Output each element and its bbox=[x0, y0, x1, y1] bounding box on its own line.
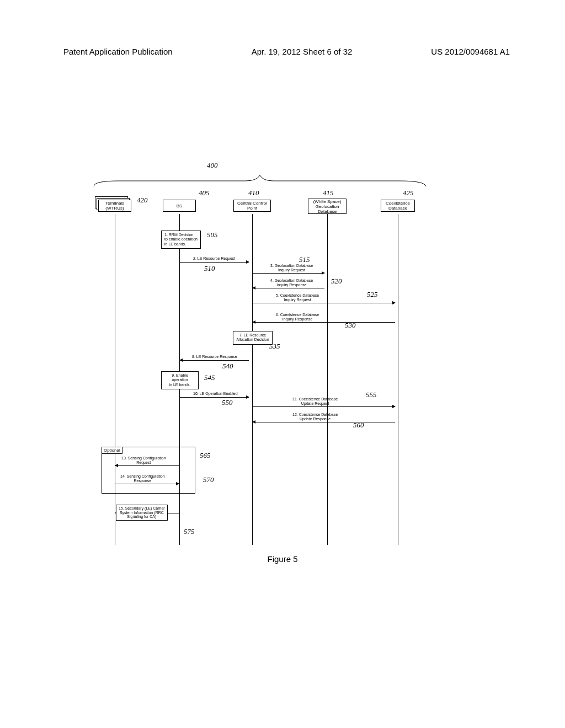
lifeline-terminals bbox=[115, 214, 115, 545]
header-left: Patent Application Publication bbox=[63, 47, 173, 56]
header-right: US 2012/0094681 A1 bbox=[431, 47, 510, 56]
ref-535: 535 bbox=[269, 342, 280, 351]
system-ref-label: 400 bbox=[207, 161, 218, 170]
msg-14-arrow bbox=[115, 484, 179, 484]
ccp-actor: Central Control Point bbox=[233, 200, 271, 212]
ref-575: 575 bbox=[184, 527, 195, 536]
ref-405: 405 bbox=[199, 189, 210, 197]
coexdb-actor: Coexistence Database bbox=[381, 200, 415, 212]
ref-510: 510 bbox=[204, 264, 215, 273]
coexdb-label-2: Database bbox=[388, 206, 407, 211]
coexdb-label-1: Coexistence bbox=[386, 201, 410, 206]
ccp-label-1: Central Control bbox=[237, 201, 267, 206]
sequence-diagram: 400 Terminals (WTRUs) 420 BS 405 Central… bbox=[94, 165, 447, 563]
msg-12-label: 12. Coexistence Database Update Response bbox=[292, 413, 338, 421]
header-center: Apr. 19, 2012 Sheet 6 of 32 bbox=[252, 47, 353, 56]
msg-14-label: 14. Sensing Configuration Response bbox=[120, 474, 165, 483]
figure-label: Figure 5 bbox=[0, 554, 565, 564]
ref-540: 540 bbox=[222, 362, 233, 371]
msg-10-label: 10. LE Operation Enabled bbox=[193, 392, 238, 396]
msg-4-label: 4. Geolocation Database Inquiry Response bbox=[270, 279, 313, 287]
ref-560: 560 bbox=[353, 421, 364, 430]
lifeline-geodb bbox=[327, 214, 328, 545]
msg-10-arrow bbox=[180, 397, 249, 398]
ref-420: 420 bbox=[137, 196, 148, 205]
geodb-label-2: Geolocation bbox=[316, 204, 339, 209]
msg-13-label: 13. Sensing Configuration Request bbox=[121, 456, 166, 464]
geodb-label-3: Database bbox=[318, 209, 337, 214]
msg-3-arrow bbox=[253, 273, 324, 274]
ref-530: 530 bbox=[345, 321, 356, 330]
terminals-label-1: Terminals bbox=[105, 201, 124, 206]
msg-15-box: 15. Secondary (LE) Carrier System Inform… bbox=[116, 505, 168, 521]
msg-5-arrow bbox=[253, 303, 395, 303]
msg-9-box: 9. Enable operation in LE bands. bbox=[161, 371, 199, 389]
ref-525: 525 bbox=[367, 290, 378, 299]
lifeline-ccp bbox=[252, 214, 253, 545]
msg-4-arrow bbox=[253, 288, 324, 288]
ref-520: 520 bbox=[331, 277, 342, 286]
terminals-actor: Terminals (WTRUs) bbox=[98, 200, 138, 215]
bs-actor: BS bbox=[163, 200, 196, 212]
ref-570: 570 bbox=[203, 475, 214, 484]
curly-brace-icon bbox=[91, 171, 429, 188]
ref-425: 425 bbox=[403, 189, 414, 197]
msg-7-box: 7. LE Resource Allocation Decision bbox=[233, 331, 273, 345]
bs-label: BS bbox=[177, 204, 183, 208]
msg-6-label: 6. Coexistence Database Inquiry Response bbox=[276, 313, 319, 321]
msg-3-label: 3. Geolocation Database Inquiry Request bbox=[270, 264, 313, 272]
ccp-label-2: Point bbox=[247, 206, 257, 211]
ref-545: 545 bbox=[204, 373, 215, 382]
msg-13-arrow bbox=[115, 465, 179, 466]
geodb-actor: (White Space) Geolocation Database bbox=[308, 199, 347, 214]
ref-505: 505 bbox=[207, 231, 218, 239]
ref-555: 555 bbox=[366, 390, 377, 399]
optional-fragment: Optional bbox=[102, 447, 195, 494]
msg-1-box: 1. RRM Decision to enable operation in L… bbox=[161, 231, 201, 249]
lifeline-coexdb bbox=[398, 214, 398, 545]
ref-415: 415 bbox=[323, 189, 334, 197]
msg-5-label: 5. Coexistence Database Inquiry Request bbox=[276, 293, 319, 302]
terminals-label-2: (WTRUs) bbox=[105, 206, 124, 211]
page-header: Patent Application Publication Apr. 19, … bbox=[0, 0, 565, 56]
msg-11-arrow bbox=[253, 406, 395, 407]
ref-410: 410 bbox=[248, 189, 259, 197]
msg-8-label: 8. LE Resource Response bbox=[192, 355, 237, 359]
ref-565: 565 bbox=[200, 451, 211, 460]
msg-6-arrow bbox=[253, 322, 395, 323]
geodb-label-1: (White Space) bbox=[313, 199, 342, 204]
optional-label: Optional bbox=[102, 447, 122, 454]
msg-2-label: 2. LE Resource Request bbox=[193, 256, 235, 261]
msg-12-arrow bbox=[253, 422, 395, 422]
msg-8-arrow bbox=[180, 360, 249, 361]
msg-11-label: 11. Coexistence Database Update Request bbox=[292, 397, 338, 405]
ref-515: 515 bbox=[299, 255, 310, 264]
ref-550: 550 bbox=[222, 398, 233, 407]
msg-2-arrow bbox=[180, 262, 249, 263]
